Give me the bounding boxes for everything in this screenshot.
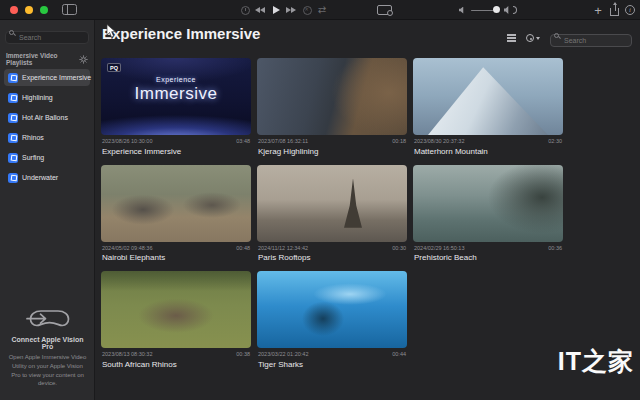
playlist-icon (8, 173, 18, 183)
shuffle-button[interactable]: ⇄ (316, 0, 328, 20)
video-title: Paris Rooftops (257, 253, 407, 262)
video-card[interactable]: 2024/11/12 12:34:42 00:30 Paris Rooftops (257, 165, 407, 263)
video-thumbnail[interactable] (257, 58, 407, 135)
play-icon (273, 6, 280, 14)
playlist-icon (8, 113, 18, 123)
search-icon (554, 33, 559, 38)
view-options-button[interactable] (526, 34, 540, 42)
video-duration: 02:30 (548, 138, 562, 144)
sidebar-item-hot-air-ballons[interactable]: Hot Air Ballons (4, 109, 90, 126)
sidebar-item-label: Underwater (22, 174, 58, 181)
video-card[interactable]: 2023/07/08 16:32:11 00:18 Kjerag Highlin… (257, 58, 407, 156)
video-date: 2024/05/02 09:48:36 (102, 245, 152, 251)
thumbnail-overlay-text: Experience Immersive (101, 76, 251, 104)
rewind-icon (260, 7, 265, 13)
sidebar-section-header: Immersive Video Playlists (6, 52, 88, 66)
video-date: 2023/03/22 01:20:42 (258, 351, 308, 357)
video-duration: 00:38 (236, 351, 250, 357)
header-controls (507, 29, 632, 47)
video-meta: 2023/08/13 08:30:32 00:38 (101, 351, 251, 357)
video-meta: 2023/08/26 10:30:00 03:48 (101, 138, 251, 144)
volume-slider-knob[interactable] (493, 6, 500, 13)
video-title: Kjerag Highlining (257, 147, 407, 156)
volume-down-icon (459, 7, 466, 14)
minimize-window-button[interactable] (25, 6, 33, 14)
video-card[interactable]: 2023/08/13 08:30:32 00:38 South African … (101, 271, 251, 369)
main-search (550, 29, 632, 47)
video-meta: 2024/02/29 16:50:13 00:36 (413, 245, 563, 251)
video-duration: 00:18 (392, 138, 406, 144)
video-card[interactable]: 2024/02/29 16:50:13 00:36 Prehistoric Be… (413, 165, 563, 263)
playlist-icon (8, 133, 18, 143)
stop-icon (303, 6, 312, 15)
close-window-button[interactable] (10, 6, 18, 14)
sidebar-search (5, 26, 89, 44)
sidebar-item-surfing[interactable]: Surfing (4, 149, 90, 166)
timer-button[interactable] (239, 0, 251, 20)
video-thumbnail[interactable] (413, 165, 563, 242)
stop-button[interactable] (301, 0, 313, 20)
play-button[interactable] (270, 0, 282, 20)
fast-forward-icon (291, 7, 296, 13)
gear-icon[interactable] (79, 55, 88, 64)
zoom-window-button[interactable] (40, 6, 48, 14)
video-meta: 2024/05/02 09:48:36 00:48 (101, 245, 251, 251)
video-thumbnail[interactable] (257, 165, 407, 242)
volume-up-icon (504, 6, 512, 14)
video-duration: 00:44 (392, 351, 406, 357)
video-date: 2023/08/26 10:30:00 (102, 138, 152, 144)
video-duration: 00:30 (392, 245, 406, 251)
sidebar: Immersive Video Playlists Experience Imm… (0, 20, 95, 400)
video-thumbnail[interactable] (413, 58, 563, 135)
sidebar-item-label: Rhinos (22, 134, 44, 141)
video-thumbnail[interactable] (101, 165, 251, 242)
overlay-text-small: Experience (101, 76, 251, 83)
sidebar-footer: Connect Apple Vision Pro Open Apple Imme… (0, 307, 95, 388)
add-button[interactable]: + (592, 0, 604, 20)
overlay-text-large: Immersive (101, 84, 251, 104)
timer-icon (241, 6, 250, 15)
page-title: Experience Immersive (102, 25, 260, 42)
video-grid: PQ Experience Immersive 2023/08/26 10:30… (101, 58, 563, 369)
video-card[interactable]: 2023/08/30 20:37:32 02:30 Matterhorn Mou… (413, 58, 563, 156)
video-duration: 00:36 (548, 245, 562, 251)
sidebar-item-label: Highlining (22, 94, 53, 101)
video-card[interactable]: PQ Experience Immersive 2023/08/26 10:30… (101, 58, 251, 156)
video-card[interactable]: 2024/05/02 09:48:36 00:48 Nairobi Elepha… (101, 165, 251, 263)
video-thumbnail[interactable]: PQ Experience Immersive (101, 58, 251, 135)
share-button[interactable] (608, 0, 621, 20)
main-search-input[interactable] (550, 34, 632, 47)
sidebar-toggle-icon[interactable] (62, 4, 77, 15)
sidebar-item-underwater[interactable]: Underwater (4, 169, 90, 186)
rewind-button[interactable] (254, 0, 266, 20)
sidebar-item-experience-immersive[interactable]: Experience Immersive (4, 69, 90, 86)
list-view-icon[interactable] (507, 37, 516, 38)
video-title: Tiger Sharks (257, 360, 407, 369)
video-duration: 03:48 (236, 138, 250, 144)
video-meta: 2024/11/12 12:34:42 00:30 (257, 245, 407, 251)
info-button[interactable]: i (624, 0, 636, 20)
volume-down-button[interactable] (457, 0, 467, 20)
connect-vision-pro-description: Open Apple Immersive Video Utility on yo… (7, 353, 88, 388)
video-meta: 2023/07/08 16:32:11 00:18 (257, 138, 407, 144)
sidebar-item-rhinos[interactable]: Rhinos (4, 129, 90, 146)
video-thumbnail[interactable] (101, 271, 251, 348)
playlist-list: Experience Immersive Highlining Hot Air … (0, 69, 94, 186)
video-duration: 00:48 (236, 245, 250, 251)
video-date: 2024/11/12 12:34:42 (258, 245, 308, 251)
video-date: 2024/02/29 16:50:13 (414, 245, 464, 251)
video-thumbnail[interactable] (257, 271, 407, 348)
vision-pro-icon (25, 307, 71, 331)
video-title: South African Rhinos (101, 360, 251, 369)
fast-forward-button[interactable] (285, 0, 297, 20)
video-title: Matterhorn Mountain (413, 147, 563, 156)
sidebar-search-input[interactable] (5, 31, 89, 44)
video-date: 2023/08/30 20:37:32 (414, 138, 464, 144)
app-window: ⇄ + i Immersive Video Playlists (0, 0, 640, 400)
video-card[interactable]: 2023/03/22 01:20:42 00:44 Tiger Sharks (257, 271, 407, 369)
display-button[interactable] (375, 0, 393, 20)
playlist-icon (8, 93, 18, 103)
video-title: Nairobi Elephants (101, 253, 251, 262)
volume-up-button[interactable] (503, 0, 517, 20)
sidebar-item-highlining[interactable]: Highlining (4, 89, 90, 106)
